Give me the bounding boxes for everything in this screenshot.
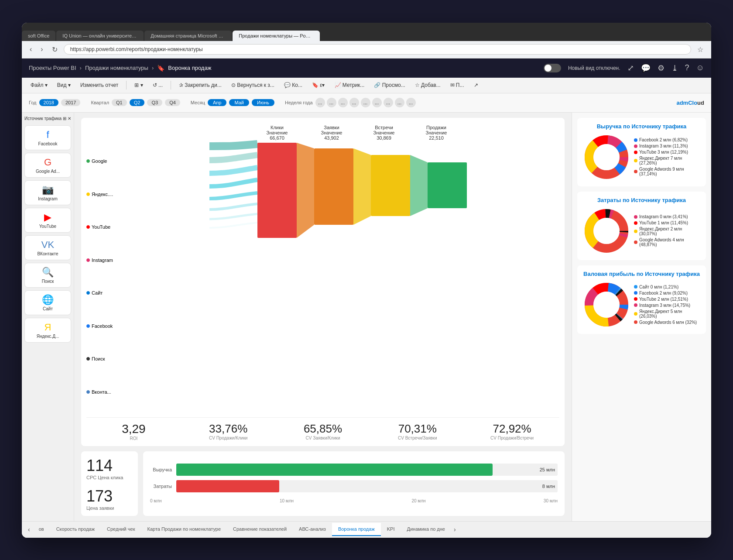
tab-kpi[interactable]: KPI [381,523,401,536]
label-youtube: YouTube [86,224,127,230]
breadcrumb-projects[interactable]: Проекты Power BI [29,65,76,71]
week-dot-9[interactable]: … [406,98,416,107]
donut-profit-area: Сайт 0 млн (1,21%) Facebook 2 млн (9,02%… [582,281,701,329]
breadcrumb-sales[interactable]: Продажи номенклатуры [85,65,148,71]
tab-dynamics[interactable]: Динамика по дне [401,523,451,536]
legend-label-insta: Instagram 3 млн (11,3%) [639,144,688,148]
month-jun[interactable]: Июнь [252,99,274,106]
source-facebook[interactable]: f Facebook [24,125,71,150]
site-icon: 🌐 [27,294,68,306]
week-dot-8[interactable]: … [395,98,404,107]
legend-dot-profit-insta [634,303,637,307]
bar-value-revenue: 25 млн [540,467,555,472]
source-youtube[interactable]: ▶ YouTube [24,208,71,233]
tab-avg-check[interactable]: Средний чек [101,523,141,536]
legend-profit-yt: YouTube 2 млн (12,51%) [634,297,701,302]
ribbon-file[interactable]: Файл ▾ [27,81,51,89]
week-dot-4[interactable]: … [349,98,359,107]
bar-row-costs: Затраты 8 млн [150,480,558,492]
vk-label: ВКонтакте [27,251,68,256]
week-dot-2[interactable]: … [327,98,336,107]
view-toggle[interactable] [544,64,561,72]
sidebar-title: Источник трафика [24,116,62,121]
settings-icon[interactable]: ⚙ [658,63,664,73]
year-2018[interactable]: 2018 [39,99,58,106]
expand-icon[interactable]: ⤢ [627,63,634,73]
ribbon-comment[interactable]: 💬 Ко... [281,81,306,89]
ribbon-metrics[interactable]: 📈 Метрик... [331,81,368,89]
tab-speed[interactable]: Скорость продаж [50,523,101,536]
search-icon: 🔍 [27,267,68,278]
ribbon-pin[interactable]: ✰ Закрепить ди... [175,81,225,89]
emoji-icon[interactable]: ☺ [696,63,704,72]
tab-soft-office[interactable]: soft Office [22,31,55,41]
source-google[interactable]: G Google Ad... [24,153,71,178]
bookmark-button[interactable]: ☆ [695,45,706,55]
download-icon[interactable]: ⤓ [671,63,678,73]
week-dot-1[interactable]: … [315,98,325,107]
svg-text:30,869: 30,869 [377,135,391,141]
ribbon-export[interactable]: ↗ [470,81,482,89]
donut-profit-legend: Сайт 0 млн (1,21%) Facebook 2 млн (9,02%… [634,285,701,325]
svg-marker-13 [297,143,314,238]
bar-track-costs: 8 млн [176,480,558,492]
bar-fill-revenue [176,464,493,476]
tab-map[interactable]: Карта Продажи по номенклатуре [141,523,227,536]
ribbon-mail[interactable]: ✉ П... [447,81,468,89]
week-dot-6[interactable]: … [372,98,382,107]
legend-label-cost-insta: Instagram 0 млн (3,41%) [639,214,688,219]
source-yandex[interactable]: Я Яндекс.Д... [24,318,71,343]
tab-compare[interactable]: Сравнение показателей [227,523,293,536]
svg-rect-14 [314,148,353,225]
ribbon-bookmark[interactable]: 🔖 ε▾ [308,81,329,89]
legend-cost-google: Google Adwords 4 млн (48,87%) [634,237,701,247]
ribbon-refresh[interactable]: ↺ ... [149,81,166,89]
week-dot-5[interactable]: … [361,98,370,107]
center-panel: Google Яндекс.... YouTube Instagram [74,113,572,521]
comment-icon[interactable]: 💬 [641,63,651,73]
tab-funnel[interactable]: Воронка продаж [332,523,381,536]
tab-iq-union[interactable]: IQ Union — онлайн университет востребова… [56,31,144,41]
google-label: Google Ad... [27,169,68,174]
tab-nav-right[interactable]: › [451,526,459,533]
address-bar[interactable]: https://app.powerbi.com/reports/продажи-… [64,44,691,55]
donut-profit-title: Валовая прибыль по Источнику трафика [582,271,701,277]
label-instagram: Instagram [86,258,127,263]
week-dot-7[interactable]: … [384,98,393,107]
svg-marker-17 [410,155,428,216]
ribbon-star[interactable]: ☆ Добав... [411,81,444,89]
back-button[interactable]: ‹ [27,45,34,54]
ribbon-view[interactable]: Вид ▾ [54,81,74,89]
q3[interactable]: Q3 [147,99,162,106]
ribbon-edit[interactable]: Изменить отчет [77,81,122,89]
topbar-right: Новый вид отключен. ⤢ 💬 ⚙ ⤓ ? ☺ [544,63,704,73]
refresh-button[interactable]: ↻ [49,45,60,55]
source-search[interactable]: 🔍 Поиск [24,263,71,288]
q4[interactable]: Q4 [165,99,180,106]
q1[interactable]: Q1 [112,99,127,106]
legend-dot-fb [634,138,637,142]
forward-button[interactable]: › [38,45,45,54]
year-2017[interactable]: 2017 [61,99,80,106]
ribbon-back[interactable]: ⊙ Вернуться к з... [228,81,278,89]
help-icon[interactable]: ? [685,63,689,72]
label-search-text: Поиск [92,356,105,361]
sidebar-icon[interactable]: ⊞ ✕ [63,116,71,121]
tab-microsoft-home[interactable]: Домашняя страница Microsoft Office [144,31,232,41]
week-dot-3[interactable]: … [338,98,348,107]
legend-dot-cost-yt [634,221,637,225]
source-site[interactable]: 🌐 Сайт [24,290,71,315]
q2[interactable]: Q2 [130,99,145,106]
ribbon-share[interactable]: 🔗 Просмо... [370,81,408,89]
tab-powerbi-active[interactable]: Продажи номенклатуры — Power BI [233,31,320,41]
month-may[interactable]: Май [229,99,249,106]
tab-nav-left[interactable]: ‹ [25,526,33,533]
tab-ov[interactable]: ов [33,523,50,536]
svg-text:22,510: 22,510 [429,135,444,141]
legend-rev-insta: Instagram 3 млн (11,3%) [634,144,701,148]
ribbon-grid[interactable]: ⊞ ▾ [131,81,146,89]
source-vk[interactable]: VK ВКонтакте [24,235,71,260]
tab-abc[interactable]: АВС-анализ [293,523,332,536]
month-apr[interactable]: Апр [208,99,226,106]
source-instagram[interactable]: 📷 Instagram [24,180,71,205]
